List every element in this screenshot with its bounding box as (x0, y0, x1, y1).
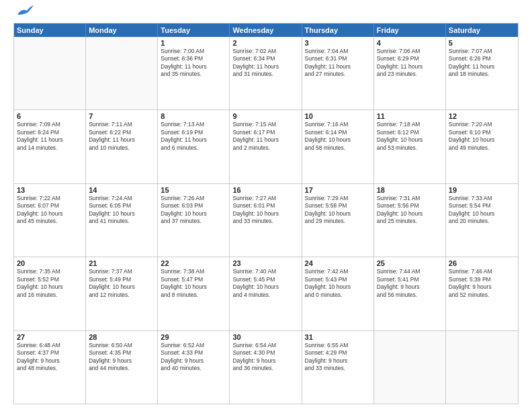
calendar-cell: 15Sunrise: 7:26 AM Sunset: 6:03 PM Dayli… (158, 184, 230, 257)
calendar-cell: 28Sunrise: 6:50 AM Sunset: 4:35 PM Dayli… (86, 331, 158, 404)
calendar-cell: 27Sunrise: 6:48 AM Sunset: 4:37 PM Dayli… (14, 331, 86, 404)
day-number: 29 (161, 333, 226, 341)
calendar-cell (86, 37, 158, 109)
day-number: 4 (377, 39, 443, 47)
day-number: 25 (377, 259, 443, 267)
day-info: Sunrise: 7:04 AM Sunset: 6:31 PM Dayligh… (305, 48, 371, 79)
day-info: Sunrise: 7:02 AM Sunset: 6:34 PM Dayligh… (232, 48, 298, 79)
day-info: Sunrise: 7:26 AM Sunset: 6:03 PM Dayligh… (161, 195, 226, 226)
calendar-cell: 19Sunrise: 7:33 AM Sunset: 5:54 PM Dayli… (446, 184, 518, 257)
day-info: Sunrise: 7:33 AM Sunset: 5:54 PM Dayligh… (449, 195, 515, 226)
calendar-cell: 2Sunrise: 7:02 AM Sunset: 6:34 PM Daylig… (230, 37, 302, 109)
calendar-cell: 6Sunrise: 7:09 AM Sunset: 6:24 PM Daylig… (14, 110, 86, 183)
calendar-cell: 30Sunrise: 6:54 AM Sunset: 4:30 PM Dayli… (230, 331, 302, 404)
calendar-cell: 25Sunrise: 7:44 AM Sunset: 5:41 PM Dayli… (374, 257, 446, 330)
calendar-cell: 16Sunrise: 7:27 AM Sunset: 6:01 PM Dayli… (230, 184, 302, 257)
page: SundayMondayTuesdayWednesdayThursdayFrid… (0, 0, 532, 411)
calendar-cell: 9Sunrise: 7:15 AM Sunset: 6:17 PM Daylig… (230, 110, 302, 183)
day-number: 9 (232, 112, 298, 120)
calendar-cell: 8Sunrise: 7:13 AM Sunset: 6:19 PM Daylig… (158, 110, 230, 183)
calendar-cell (446, 331, 518, 404)
day-number: 5 (449, 39, 515, 47)
day-info: Sunrise: 7:11 AM Sunset: 6:22 PM Dayligh… (89, 121, 154, 152)
day-info: Sunrise: 7:42 AM Sunset: 5:43 PM Dayligh… (305, 268, 371, 299)
day-info: Sunrise: 6:54 AM Sunset: 4:30 PM Dayligh… (232, 342, 298, 373)
day-info: Sunrise: 7:27 AM Sunset: 6:01 PM Dayligh… (232, 195, 298, 226)
calendar-body: 1Sunrise: 7:00 AM Sunset: 6:36 PM Daylig… (14, 37, 518, 404)
logo-bird-icon (15, 5, 34, 19)
calendar-cell: 29Sunrise: 6:52 AM Sunset: 4:33 PM Dayli… (158, 331, 230, 404)
day-number: 12 (449, 112, 515, 120)
day-number: 19 (449, 186, 515, 194)
day-info: Sunrise: 7:00 AM Sunset: 6:36 PM Dayligh… (161, 48, 226, 79)
calendar-cell: 4Sunrise: 7:06 AM Sunset: 6:29 PM Daylig… (374, 37, 446, 109)
calendar-cell (374, 331, 446, 404)
header-day-friday: Friday (374, 24, 446, 37)
day-info: Sunrise: 6:55 AM Sunset: 4:29 PM Dayligh… (305, 342, 371, 373)
calendar-row-4: 27Sunrise: 6:48 AM Sunset: 4:37 PM Dayli… (14, 330, 518, 404)
calendar-cell: 22Sunrise: 7:38 AM Sunset: 5:47 PM Dayli… (158, 257, 230, 330)
header-day-tuesday: Tuesday (158, 24, 230, 37)
calendar-cell: 23Sunrise: 7:40 AM Sunset: 5:45 PM Dayli… (230, 257, 302, 330)
calendar-cell: 21Sunrise: 7:37 AM Sunset: 5:49 PM Dayli… (86, 257, 158, 330)
calendar-cell: 26Sunrise: 7:46 AM Sunset: 5:39 PM Dayli… (446, 257, 518, 330)
calendar-cell: 7Sunrise: 7:11 AM Sunset: 6:22 PM Daylig… (86, 110, 158, 183)
day-number: 1 (161, 39, 226, 47)
day-number: 26 (449, 259, 515, 267)
calendar-cell: 11Sunrise: 7:18 AM Sunset: 6:12 PM Dayli… (374, 110, 446, 183)
calendar-cell: 17Sunrise: 7:29 AM Sunset: 5:58 PM Dayli… (302, 184, 374, 257)
day-number: 6 (17, 112, 83, 120)
day-number: 3 (305, 39, 371, 47)
header-day-sunday: Sunday (14, 24, 86, 37)
day-number: 31 (305, 333, 371, 341)
calendar-cell: 5Sunrise: 7:07 AM Sunset: 6:26 PM Daylig… (446, 37, 518, 109)
header-day-monday: Monday (86, 24, 158, 37)
calendar-row-1: 6Sunrise: 7:09 AM Sunset: 6:24 PM Daylig… (14, 109, 518, 183)
calendar-cell: 31Sunrise: 6:55 AM Sunset: 4:29 PM Dayli… (302, 331, 374, 404)
calendar-cell: 20Sunrise: 7:35 AM Sunset: 5:52 PM Dayli… (14, 257, 86, 330)
day-info: Sunrise: 7:29 AM Sunset: 5:58 PM Dayligh… (305, 195, 371, 226)
day-info: Sunrise: 7:18 AM Sunset: 6:12 PM Dayligh… (377, 121, 443, 152)
header-day-wednesday: Wednesday (230, 24, 302, 37)
day-info: Sunrise: 7:16 AM Sunset: 6:14 PM Dayligh… (305, 121, 371, 152)
calendar-row-3: 20Sunrise: 7:35 AM Sunset: 5:52 PM Dayli… (14, 257, 518, 330)
day-number: 11 (377, 112, 443, 120)
day-info: Sunrise: 7:09 AM Sunset: 6:24 PM Dayligh… (17, 121, 83, 152)
day-info: Sunrise: 7:35 AM Sunset: 5:52 PM Dayligh… (17, 268, 83, 299)
header (13, 11, 519, 19)
calendar-cell: 14Sunrise: 7:24 AM Sunset: 6:05 PM Dayli… (86, 184, 158, 257)
day-number: 27 (17, 333, 83, 341)
day-info: Sunrise: 7:44 AM Sunset: 5:41 PM Dayligh… (377, 268, 443, 299)
day-info: Sunrise: 7:31 AM Sunset: 5:56 PM Dayligh… (377, 195, 443, 226)
day-number: 20 (17, 259, 83, 267)
calendar-cell (14, 37, 86, 109)
calendar-row-0: 1Sunrise: 7:00 AM Sunset: 6:36 PM Daylig… (14, 37, 518, 109)
day-number: 28 (89, 333, 154, 341)
calendar-header: SundayMondayTuesdayWednesdayThursdayFrid… (14, 24, 518, 37)
day-number: 22 (161, 259, 226, 267)
day-info: Sunrise: 7:07 AM Sunset: 6:26 PM Dayligh… (449, 48, 515, 79)
day-number: 15 (161, 186, 226, 194)
day-number: 13 (17, 186, 83, 194)
calendar-row-2: 13Sunrise: 7:22 AM Sunset: 6:07 PM Dayli… (14, 183, 518, 257)
day-info: Sunrise: 6:48 AM Sunset: 4:37 PM Dayligh… (17, 342, 83, 373)
calendar-cell: 13Sunrise: 7:22 AM Sunset: 6:07 PM Dayli… (14, 184, 86, 257)
calendar-cell: 1Sunrise: 7:00 AM Sunset: 6:36 PM Daylig… (158, 37, 230, 109)
header-day-saturday: Saturday (446, 24, 518, 37)
day-number: 14 (89, 186, 154, 194)
day-number: 17 (305, 186, 371, 194)
day-info: Sunrise: 7:24 AM Sunset: 6:05 PM Dayligh… (89, 195, 154, 226)
day-number: 2 (232, 39, 298, 47)
day-number: 8 (161, 112, 226, 120)
day-number: 23 (232, 259, 298, 267)
day-info: Sunrise: 7:13 AM Sunset: 6:19 PM Dayligh… (161, 121, 226, 152)
day-info: Sunrise: 7:22 AM Sunset: 6:07 PM Dayligh… (17, 195, 83, 226)
day-info: Sunrise: 7:15 AM Sunset: 6:17 PM Dayligh… (232, 121, 298, 152)
day-info: Sunrise: 7:20 AM Sunset: 6:10 PM Dayligh… (449, 121, 515, 152)
calendar-cell: 12Sunrise: 7:20 AM Sunset: 6:10 PM Dayli… (446, 110, 518, 183)
day-info: Sunrise: 6:50 AM Sunset: 4:35 PM Dayligh… (89, 342, 154, 373)
day-number: 16 (232, 186, 298, 194)
calendar: SundayMondayTuesdayWednesdayThursdayFrid… (13, 23, 519, 404)
calendar-cell: 18Sunrise: 7:31 AM Sunset: 5:56 PM Dayli… (374, 184, 446, 257)
day-info: Sunrise: 7:46 AM Sunset: 5:39 PM Dayligh… (449, 268, 515, 299)
